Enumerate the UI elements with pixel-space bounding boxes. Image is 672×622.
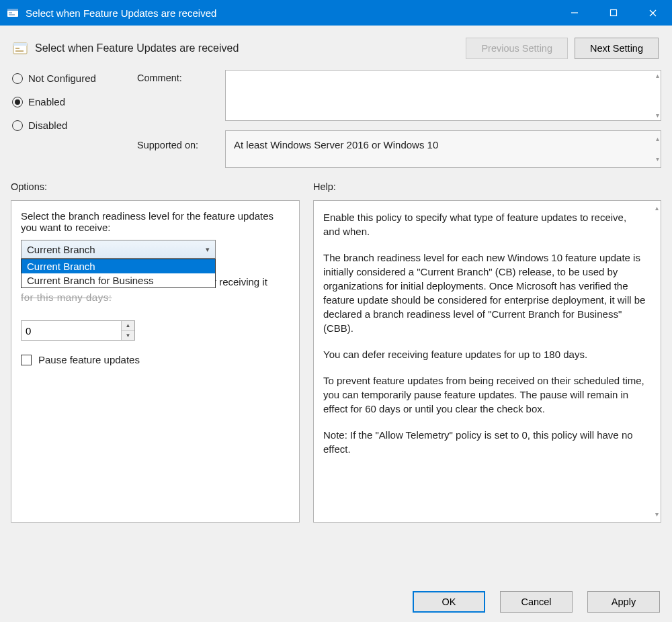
app-icon bbox=[7, 7, 19, 19]
svg-rect-1 bbox=[7, 9, 18, 11]
comment-label: Comment: bbox=[137, 73, 221, 140]
help-pane: ▴ Enable this policy to specify what typ… bbox=[313, 200, 661, 523]
pause-checkbox-label: Pause feature updates bbox=[38, 354, 140, 365]
supported-on-field: At least Windows Server 2016 or Windows … bbox=[225, 130, 661, 168]
policy-icon bbox=[12, 40, 28, 56]
defer-days-input[interactable] bbox=[22, 321, 121, 340]
help-paragraph: Note: If the "Allow Telemetry" policy is… bbox=[323, 428, 646, 456]
spinner-down-icon[interactable]: ▼ bbox=[122, 331, 134, 341]
help-paragraph: To prevent feature updates from being re… bbox=[323, 373, 646, 416]
titlebar[interactable]: Select when Feature Updates are received bbox=[0, 0, 672, 26]
radio-icon bbox=[12, 97, 23, 107]
spinner-up-icon[interactable]: ▲ bbox=[122, 321, 134, 331]
previous-setting-button: Previous Setting bbox=[466, 38, 568, 59]
scroll-up-icon[interactable]: ▴ bbox=[655, 204, 659, 213]
scroll-down-icon[interactable]: ▾ bbox=[655, 510, 659, 519]
options-pane: Select the branch readiness level for th… bbox=[11, 200, 300, 523]
chevron-down-icon: ▾ bbox=[206, 245, 210, 254]
defer-days-spinner[interactable]: ▲ ▼ bbox=[21, 320, 135, 341]
minimize-button[interactable] bbox=[555, 0, 594, 26]
supported-on-value: At least Windows Server 2016 or Windows … bbox=[234, 139, 438, 150]
ok-button[interactable]: OK bbox=[413, 591, 485, 613]
options-section-label: Options: bbox=[11, 181, 300, 192]
maximize-button[interactable] bbox=[594, 0, 633, 26]
svg-rect-9 bbox=[13, 43, 27, 46]
radio-icon bbox=[12, 120, 23, 131]
scroll-down-icon[interactable]: ▾ bbox=[656, 112, 659, 119]
help-paragraph: You can defer receiving feature updates … bbox=[323, 347, 646, 361]
radio-label: Enabled bbox=[28, 96, 65, 107]
branch-dropdown[interactable]: Current Branch ▾ bbox=[21, 240, 216, 259]
branch-option-current-branch[interactable]: Current Branch bbox=[22, 259, 215, 273]
branch-option-current-branch-business[interactable]: Current Branch for Business bbox=[22, 273, 215, 287]
branch-dropdown-value: Current Branch bbox=[27, 244, 95, 255]
comment-field[interactable]: ▴ ▾ bbox=[225, 70, 661, 121]
radio-enabled[interactable]: Enabled bbox=[12, 96, 133, 107]
branch-prompt: Select the branch readiness level for th… bbox=[21, 210, 290, 233]
svg-rect-2 bbox=[9, 12, 12, 13]
svg-rect-11 bbox=[15, 50, 24, 52]
close-button[interactable] bbox=[633, 0, 672, 26]
svg-rect-10 bbox=[15, 48, 19, 49]
defer-label-fragment2: for this many days: bbox=[21, 292, 112, 303]
page-title: Select when Feature Updates are received bbox=[35, 42, 459, 54]
scroll-down-icon[interactable]: ▾ bbox=[656, 152, 659, 166]
supported-on-label: Supported on: bbox=[137, 140, 221, 150]
svg-rect-3 bbox=[9, 14, 15, 15]
cancel-button[interactable]: Cancel bbox=[500, 591, 573, 613]
window-title: Select when Feature Updates are received bbox=[26, 7, 555, 19]
scroll-up-icon[interactable]: ▴ bbox=[656, 132, 659, 146]
radio-not-configured[interactable]: Not Configured bbox=[12, 73, 133, 84]
pause-feature-updates-checkbox[interactable]: Pause feature updates bbox=[21, 354, 290, 365]
defer-label-fragment1: r receiving it bbox=[213, 275, 267, 289]
scroll-up-icon[interactable]: ▴ bbox=[656, 72, 659, 79]
apply-button[interactable]: Apply bbox=[587, 591, 660, 613]
help-paragraph: Enable this policy to specify what type … bbox=[323, 210, 646, 238]
checkbox-icon bbox=[21, 355, 32, 365]
radio-label: Not Configured bbox=[28, 73, 96, 84]
svg-rect-5 bbox=[611, 10, 617, 16]
radio-icon bbox=[12, 73, 23, 84]
help-section-label: Help: bbox=[313, 181, 661, 192]
radio-label: Disabled bbox=[28, 120, 67, 131]
radio-disabled[interactable]: Disabled bbox=[12, 120, 133, 131]
help-paragraph: The branch readiness level for each new … bbox=[323, 251, 646, 335]
next-setting-button[interactable]: Next Setting bbox=[575, 38, 659, 59]
branch-dropdown-list[interactable]: Current Branch Current Branch for Busine… bbox=[21, 259, 216, 288]
